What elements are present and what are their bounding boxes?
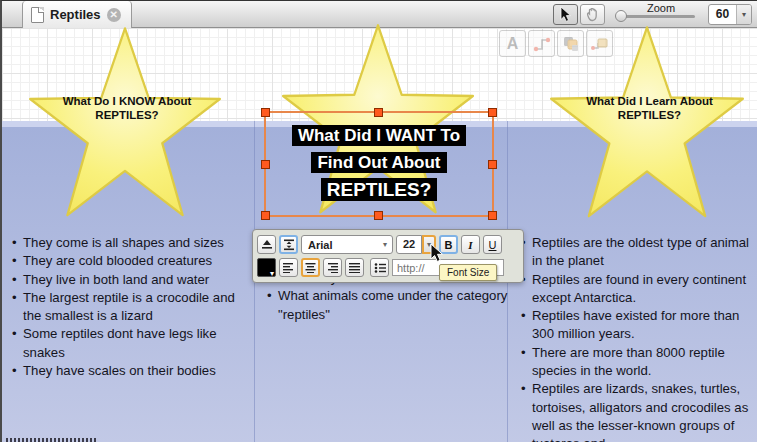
zoom-slider-thumb[interactable] bbox=[615, 10, 627, 22]
font-color-swatch[interactable] bbox=[257, 258, 276, 277]
list-item[interactable]: There are more than 8000 reptile species… bbox=[519, 344, 756, 381]
close-icon[interactable]: ✕ bbox=[107, 8, 121, 22]
connector-shape-tool-button[interactable] bbox=[586, 30, 613, 57]
zoom-label: Zoom bbox=[647, 2, 675, 14]
resize-handle-ne[interactable] bbox=[488, 108, 497, 117]
hand-icon bbox=[585, 8, 600, 22]
tab-reptiles[interactable]: Reptiles ✕ bbox=[22, 1, 132, 28]
chevron-down-icon: ▾ bbox=[736, 5, 751, 24]
align-right-icon bbox=[327, 263, 338, 273]
list-item[interactable]: Some reptiles dont have legs like snakes bbox=[10, 325, 252, 362]
font-size-tooltip: Font Size bbox=[439, 264, 497, 281]
chevron-down-icon: ▾ bbox=[378, 240, 392, 249]
text-position-icon bbox=[261, 239, 273, 251]
application-window: What Do I KNOW About REPTILES? What Did … bbox=[0, 0, 757, 442]
resize-handle-nw[interactable] bbox=[261, 108, 270, 117]
list-item[interactable]: They are cold blooded creatures bbox=[10, 252, 252, 270]
star-shape-left[interactable] bbox=[12, 26, 238, 218]
text-position-button[interactable] bbox=[257, 235, 276, 254]
align-left-button[interactable] bbox=[279, 258, 298, 277]
list-item[interactable]: Reptiles have existed for more than 300 … bbox=[519, 307, 756, 344]
list-item[interactable]: They come is all shapes and sizes bbox=[10, 234, 252, 252]
know-list: They come is all shapes and sizes They a… bbox=[10, 234, 252, 380]
align-right-button[interactable] bbox=[323, 258, 342, 277]
text-tool-button[interactable]: A bbox=[499, 30, 526, 57]
resize-handle-se[interactable] bbox=[488, 211, 497, 220]
connector-tool-icon bbox=[533, 36, 551, 52]
list-item[interactable]: Reptiles are lizards, snakes, turtles, t… bbox=[519, 380, 756, 442]
shapes-tool-icon bbox=[562, 35, 580, 53]
hand-tool-button[interactable] bbox=[580, 4, 605, 25]
italic-button[interactable]: I bbox=[461, 235, 480, 254]
tab-title: Reptiles bbox=[50, 7, 101, 22]
resize-handle-sw[interactable] bbox=[261, 211, 270, 220]
underline-button[interactable]: U bbox=[483, 235, 502, 254]
list-item[interactable]: They have scales on their bodies bbox=[10, 362, 252, 380]
justify-button[interactable] bbox=[345, 258, 364, 277]
star-middle-textbox[interactable]: What Did I WANT To Find Out About REPTIL… bbox=[266, 122, 492, 204]
resize-handle-s[interactable] bbox=[374, 211, 383, 220]
list-item[interactable]: What animals come under the category "re… bbox=[265, 287, 510, 324]
align-center-icon bbox=[305, 263, 316, 273]
arrow-cursor-icon bbox=[560, 7, 572, 22]
zoom-value: 60 bbox=[709, 5, 736, 24]
text-fit-icon bbox=[283, 239, 295, 251]
align-center-button[interactable] bbox=[301, 258, 320, 277]
clipped-text-line bbox=[6, 438, 98, 442]
shapes-tool-button[interactable] bbox=[557, 30, 584, 57]
document-icon bbox=[31, 7, 44, 23]
list-item[interactable]: They live in both land and water bbox=[10, 271, 252, 289]
justify-icon bbox=[349, 263, 360, 273]
bullet-list-button[interactable] bbox=[370, 258, 389, 277]
list-item[interactable]: Reptiles are the oldest type of animal i… bbox=[519, 234, 756, 271]
list-item[interactable]: Reptiles are found in every continent ex… bbox=[519, 271, 756, 308]
star-left-label: What Do I KNOW About REPTILES? bbox=[32, 94, 222, 122]
text-tool-icon: A bbox=[507, 35, 519, 53]
text-fit-button[interactable] bbox=[279, 235, 298, 254]
connector-shape-tool-icon bbox=[591, 36, 609, 52]
bullet-list-icon bbox=[374, 263, 386, 273]
font-family-select[interactable]: Arial ▾ bbox=[301, 235, 393, 254]
mini-tool-palette: A bbox=[499, 30, 613, 57]
resize-handle-n[interactable] bbox=[374, 108, 383, 117]
zoom-level-select[interactable]: 60 ▾ bbox=[708, 4, 752, 25]
align-left-icon bbox=[283, 263, 294, 273]
list-item[interactable]: The largest reptile is a crocodile and t… bbox=[10, 289, 252, 326]
cursor-tool-button[interactable] bbox=[553, 4, 578, 25]
mouse-cursor-icon bbox=[430, 244, 444, 263]
learned-list: Reptiles are the oldest type of animal i… bbox=[519, 234, 756, 442]
font-size-value[interactable]: 22 bbox=[396, 235, 422, 254]
connector-tool-button[interactable] bbox=[528, 30, 555, 57]
zoom-slider[interactable] bbox=[617, 15, 695, 18]
star-right-label: What Did I Learn About REPTILES? bbox=[557, 94, 742, 122]
